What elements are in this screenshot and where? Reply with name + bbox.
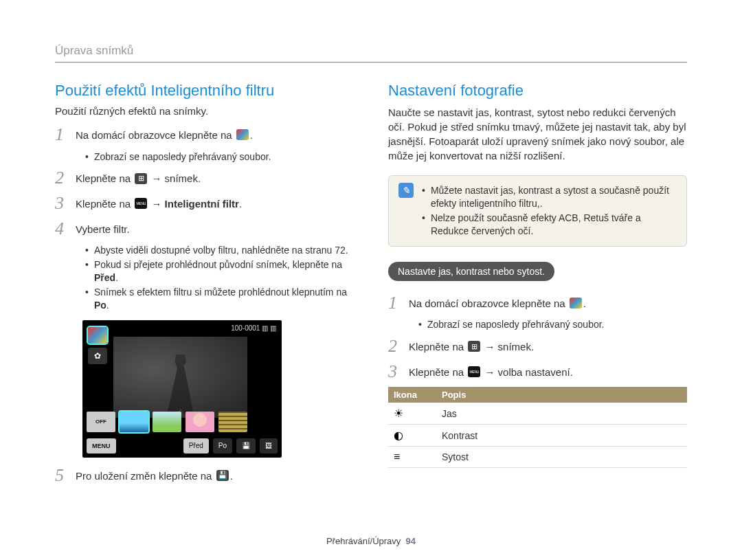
- footer-page-num: 94: [406, 536, 416, 546]
- table-row: ☀ Jas: [388, 403, 687, 425]
- step-num: 3: [388, 362, 409, 382]
- menu-icon: MENU: [135, 198, 147, 209]
- right-title: Nastavení fotografie: [388, 82, 687, 100]
- step2-text-a: Klepněte na: [76, 172, 133, 184]
- r-step3-text-a: Klepněte na: [409, 366, 466, 377]
- grid-icon: ⊞: [468, 341, 480, 352]
- grid-icon: ⊞: [135, 173, 147, 184]
- info-icon: ✎: [398, 183, 414, 198]
- pred-label: Před: [94, 272, 115, 283]
- left-step-3: 3 Klepněte na MENU → Inteligentní filtr.: [55, 194, 354, 214]
- right-intro: Naučte se nastavit jas, kontrast, sytost…: [388, 105, 687, 163]
- step2-text-b: → snímek.: [151, 172, 201, 184]
- note-item-0: Můžete nastavit jas, kontrast a sytost a…: [431, 184, 677, 210]
- step5-text-a: Pro uložení změn klepněte na: [76, 469, 215, 481]
- step1-bullet: Zobrazí se naposledy přehrávaný soubor.: [94, 150, 271, 164]
- r-step2-text-b: → snímek.: [484, 341, 534, 352]
- ss-thumb-off[interactable]: OFF: [87, 412, 115, 432]
- step1-text-a: Na domácí obrazovce klepněte na: [76, 129, 235, 141]
- contrast-icon: ◐: [394, 429, 403, 441]
- ss-main-image: [113, 337, 247, 418]
- left-step-4: 4 Vyberte filtr.: [55, 219, 354, 239]
- table-header-desc: Popis: [436, 387, 687, 403]
- left-step-2: 2 Klepněte na ⊞ → snímek.: [55, 168, 354, 188]
- ss-crop-toggle[interactable]: ✿: [88, 348, 107, 364]
- step-num: 1: [55, 125, 76, 145]
- ss-thumb-2[interactable]: [153, 412, 181, 432]
- step4-bullet-2: Snímek s efektem filtru si můžete prohlé…: [94, 287, 347, 298]
- po-label: Po: [94, 300, 106, 311]
- save-icon: 💾: [216, 470, 229, 481]
- step-num: 2: [388, 337, 409, 357]
- step3-text-a: Klepněte na: [76, 198, 133, 210]
- step3-text-b: →: [151, 198, 164, 210]
- ss-smartalbum-toggle[interactable]: [88, 327, 107, 344]
- right-step-3: 3 Klepněte na MENU → volba nastavení.: [388, 362, 687, 382]
- table-row: ≡ Sytost: [388, 447, 687, 468]
- ss-export-button[interactable]: 🖼: [260, 438, 278, 453]
- step-num: 3: [55, 194, 76, 214]
- page-header: Úprava snímků: [55, 44, 687, 63]
- column-left: Použití efektů Inteligentního filtru Pou…: [55, 82, 354, 491]
- step3-text-c: Inteligentní filtr: [165, 198, 239, 210]
- table-row: ◐ Kontrast: [388, 425, 687, 447]
- table-cell-label: Jas: [436, 403, 687, 425]
- table-header-icon: Ikona: [388, 387, 436, 403]
- ss-save-button[interactable]: 💾: [236, 438, 256, 453]
- r-step2-text-a: Klepněte na: [409, 341, 466, 352]
- settings-table: Ikona Popis ☀ Jas ◐ Kontrast ≡ Sytost: [388, 387, 687, 468]
- right-pill: Nastavte jas, kontrast nebo sytost.: [388, 262, 554, 281]
- footer-text: Přehrávání/Úpravy: [326, 536, 401, 546]
- ss-pred-button[interactable]: Před: [183, 438, 209, 453]
- table-cell-label: Sytost: [436, 447, 687, 468]
- step-num: 5: [55, 466, 76, 486]
- smartalbum-icon: [570, 298, 582, 309]
- right-step-1: 1 Na domácí obrazovce klepněte na .: [388, 293, 687, 313]
- menu-icon: MENU: [468, 366, 480, 377]
- right-step-2: 2 Klepněte na ⊞ → snímek.: [388, 337, 687, 357]
- step-num: 1: [388, 293, 409, 313]
- left-subtitle: Použití různých efektů na snímky.: [55, 105, 354, 117]
- step4-bullet-1: Pokud si přejete prohlédnout původní sní…: [94, 259, 342, 270]
- table-cell-label: Kontrast: [436, 425, 687, 447]
- camera-screenshot: 100-0001 ▥ ▥ ✿ OFF MENU Před Po: [82, 320, 282, 458]
- note-box: ✎ Můžete nastavit jas, kontrast a sytost…: [388, 175, 687, 247]
- ss-po-button[interactable]: Po: [213, 438, 232, 453]
- step-num: 2: [55, 168, 76, 188]
- ss-play-icon: ▥ ▥: [262, 324, 276, 332]
- left-title: Použití efektů Inteligentního filtru: [55, 82, 354, 100]
- ss-filmstrip: OFF: [87, 410, 278, 434]
- saturation-icon: ≡: [394, 451, 400, 462]
- r-step1-bullet: Zobrazí se naposledy přehrávaný soubor.: [427, 318, 605, 331]
- note-item-1: Nelze použít současně efekty ACB, Retuš …: [431, 212, 677, 238]
- column-right: Nastavení fotografie Naučte se nastavit …: [388, 82, 687, 491]
- r-step1-text-a: Na domácí obrazovce klepněte na: [409, 297, 568, 309]
- left-step-1: 1 Na domácí obrazovce klepněte na .: [55, 125, 354, 145]
- r-step3-text-b: → volba nastavení.: [484, 366, 572, 377]
- ss-menu-button[interactable]: MENU: [87, 438, 116, 453]
- brightness-icon: ☀: [394, 407, 403, 419]
- step-num: 4: [55, 219, 76, 239]
- smartalbum-icon: [236, 129, 249, 140]
- ss-thumb-1[interactable]: [120, 412, 148, 432]
- ss-counter: 100-0001: [231, 324, 260, 332]
- step4-bullet-0: Abyste viděli dostupné volby filtru, nah…: [94, 244, 348, 257]
- ss-silhouette: [166, 355, 196, 418]
- step4-text: Vyberte filtr.: [76, 223, 130, 234]
- ss-thumb-4[interactable]: [218, 412, 247, 432]
- page-footer: Přehrávání/Úpravy 94: [0, 536, 742, 546]
- ss-thumb-3[interactable]: [186, 412, 214, 432]
- left-step-5: 5 Pro uložení změn klepněte na 💾.: [55, 466, 354, 486]
